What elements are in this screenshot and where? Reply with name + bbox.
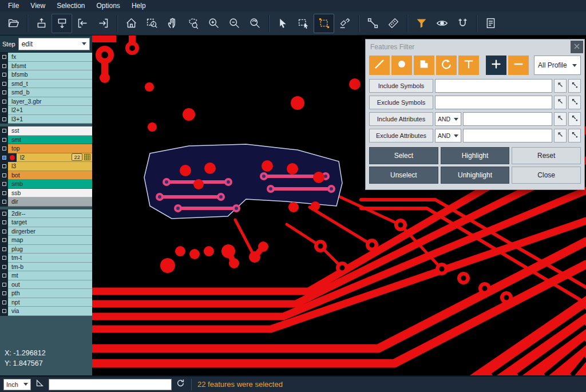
layer-row[interactable]: l3 <box>0 162 92 171</box>
layer-row[interactable]: 2dir-- <box>0 209 92 219</box>
filter-value-input[interactable] <box>435 96 552 109</box>
export-right-button[interactable] <box>93 14 113 33</box>
zoom-in-button[interactable] <box>203 14 224 33</box>
layer-row[interactable]: smb <box>0 180 92 189</box>
layer-row[interactable]: tm-t <box>0 254 92 263</box>
layer-row[interactable]: dirgerber <box>0 227 92 236</box>
rect-select-button[interactable] <box>293 14 314 33</box>
layer-checkbox[interactable] <box>2 156 6 160</box>
layer-row[interactable]: smd_t <box>0 80 92 89</box>
reset-button[interactable]: Reset <box>512 147 581 164</box>
layer-bar[interactable]: smb <box>8 180 92 189</box>
and-operator-select[interactable]: AND <box>435 129 461 142</box>
import-down-button[interactable] <box>52 14 72 33</box>
layer-checkbox[interactable] <box>2 238 6 242</box>
layer-checkbox[interactable] <box>2 182 6 186</box>
paint-brush-button[interactable] <box>334 14 355 33</box>
layer-checkbox[interactable] <box>2 300 6 304</box>
pcb-canvas[interactable]: Features Filter All Profile Include Symb… <box>92 35 586 375</box>
layer-row[interactable]: bfsmb <box>0 70 92 80</box>
layer-checkbox[interactable] <box>2 220 6 224</box>
ruler-button[interactable] <box>383 14 403 33</box>
pick-arrow-alt-button[interactable] <box>568 129 581 142</box>
layer-checkbox[interactable] <box>2 191 6 195</box>
layer-row[interactable]: mt <box>0 271 92 280</box>
layer-bar[interactable]: pth <box>8 289 92 298</box>
layer-bar[interactable]: l3+1 <box>8 115 92 124</box>
dialog-titlebar[interactable]: Features Filter <box>366 39 584 54</box>
filter-label-button[interactable]: Exclude Attributes <box>369 129 433 142</box>
zoom-reset-button[interactable] <box>244 14 265 33</box>
layer-row[interactable]: pth <box>0 289 92 298</box>
layer-checkbox[interactable] <box>2 247 6 251</box>
layer-checkbox[interactable] <box>2 173 6 177</box>
layer-grid-icon[interactable] <box>84 154 90 160</box>
open-folder-button[interactable] <box>3 14 23 33</box>
layer-bar[interactable]: ssb <box>8 189 92 198</box>
layer-bar[interactable]: target <box>8 218 92 227</box>
filter-value-input[interactable] <box>435 79 552 93</box>
layer-checkbox[interactable] <box>2 55 6 59</box>
pan-hand-button[interactable] <box>162 14 183 33</box>
layer-bar[interactable]: plug <box>8 245 92 254</box>
layer-checkbox[interactable] <box>2 108 6 112</box>
eye-button[interactable] <box>431 14 452 33</box>
layer-row[interactable]: bfsmt <box>0 62 92 71</box>
pick-arrow-button[interactable] <box>554 112 567 126</box>
pick-arrow-alt-button[interactable] <box>568 112 581 126</box>
layer-row[interactable]: fx <box>0 53 92 62</box>
layer-checkbox[interactable] <box>2 256 6 260</box>
close-button[interactable]: Close <box>512 167 581 184</box>
unselect-button[interactable]: Unselect <box>369 167 438 184</box>
lasso-select-button[interactable] <box>183 14 203 33</box>
layer-checkbox[interactable] <box>2 64 6 68</box>
menu-item-file[interactable]: File <box>2 1 25 11</box>
layer-bar[interactable]: npt <box>8 298 92 307</box>
pointer-button[interactable] <box>272 14 293 33</box>
filter-label-button[interactable]: Include Attributes <box>369 112 433 126</box>
arc-tool-button[interactable] <box>436 56 457 75</box>
step-select[interactable]: edit <box>18 38 90 50</box>
layer-row[interactable]: via <box>0 307 92 316</box>
menu-item-view[interactable]: View <box>25 1 51 11</box>
layer-checkbox[interactable] <box>2 117 6 121</box>
layer-bar[interactable]: l3 <box>8 162 92 171</box>
pick-arrow-button[interactable] <box>554 96 567 109</box>
highlight-button[interactable]: Highlight <box>441 147 510 164</box>
layer-bar[interactable]: out <box>8 280 92 290</box>
layer-row[interactable]: tm-b <box>0 263 92 272</box>
layer-row[interactable]: plug <box>0 245 92 254</box>
layer-checkbox[interactable] <box>2 274 6 278</box>
layer-row[interactable]: layer_3.gbr <box>0 97 92 106</box>
export-up-button[interactable] <box>31 14 52 33</box>
angle-snap-button[interactable] <box>35 378 45 390</box>
import-left-button[interactable] <box>72 14 93 33</box>
layer-bar[interactable]: bfsmb <box>8 70 92 80</box>
layer-row[interactable]: bot <box>0 171 92 180</box>
pick-arrow-button[interactable] <box>554 129 567 142</box>
layer-checkbox[interactable] <box>2 212 6 216</box>
layer-row[interactable]: top <box>0 144 92 153</box>
layer-checkbox[interactable] <box>2 229 6 233</box>
layer-checkbox[interactable] <box>2 100 6 104</box>
menu-item-options[interactable]: Options <box>91 1 126 11</box>
minus-tool-button[interactable] <box>508 56 529 75</box>
layer-checkbox[interactable] <box>2 129 6 133</box>
layer-row[interactable]: l3+1 <box>0 115 92 124</box>
layer-checkbox[interactable] <box>2 73 6 77</box>
layer-row[interactable]: map <box>0 236 92 245</box>
surface-tool-button[interactable] <box>414 56 434 75</box>
layer-checkbox[interactable] <box>2 164 6 168</box>
pad-tool-button[interactable] <box>391 56 412 75</box>
layer-checkbox[interactable] <box>2 82 6 86</box>
layer-row[interactable]: target <box>0 218 92 227</box>
doc-list-button[interactable] <box>480 14 501 33</box>
layer-row[interactable]: npt <box>0 298 92 307</box>
filter-value-input[interactable] <box>463 129 552 142</box>
layer-checkbox[interactable] <box>2 200 6 204</box>
plus-tool-button[interactable] <box>486 56 506 75</box>
filter-label-button[interactable]: Exclude Symbols <box>369 96 433 109</box>
layer-bar[interactable]: map <box>8 236 92 245</box>
line-tool-button[interactable] <box>369 56 390 75</box>
layer-bar[interactable]: tm-t <box>8 254 92 263</box>
